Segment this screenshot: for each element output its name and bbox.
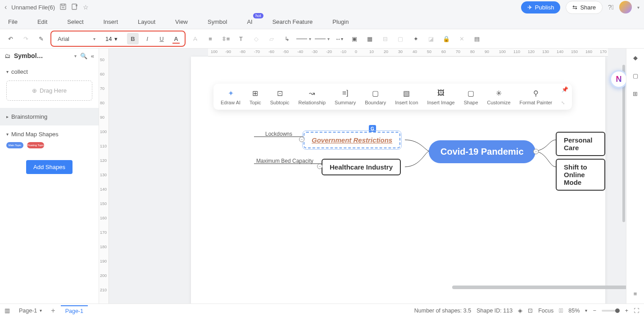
lock-button[interactable]: 🔒 <box>440 33 452 45</box>
node-collapse-handle[interactable]: − <box>317 164 322 169</box>
ctx-boundary[interactable]: ▢Boundary <box>365 88 386 105</box>
node-collapse-handle[interactable]: − <box>299 137 304 142</box>
align-text-button[interactable]: ≡ <box>204 33 216 45</box>
clear-format-button[interactable]: A̶ <box>189 33 201 45</box>
image-button[interactable]: ▦ <box>364 33 376 45</box>
shape-floating-topic[interactable]: Floating Topic <box>27 142 44 148</box>
search-icon[interactable]: 🔍 <box>80 53 87 59</box>
ctx-shape[interactable]: ▢Shape <box>464 88 478 105</box>
menu-view[interactable]: View <box>172 17 191 27</box>
ctx-customize[interactable]: ✳Customize <box>487 88 511 105</box>
zoom-chevron-icon[interactable]: ▾ <box>585 308 587 313</box>
more-panels-icon[interactable]: ≡ <box>630 288 641 299</box>
ctx-topic[interactable]: ⊞Topic <box>249 88 261 105</box>
page-tab[interactable]: Page-1 <box>61 305 88 316</box>
arrow-style-button[interactable]: ↔▾ <box>333 33 345 45</box>
menu-ai[interactable]: AI <box>243 17 256 27</box>
page-setup-icon[interactable]: ▢ <box>630 70 641 81</box>
node-expand-handle[interactable]: − <box>533 149 539 154</box>
node-shift-online[interactable]: Shift to Online Mode <box>556 159 605 191</box>
crop-button[interactable]: ◪ <box>425 33 437 45</box>
bold-button[interactable]: B <box>127 33 139 45</box>
back-button[interactable]: ‹ <box>5 3 7 11</box>
avatar-chevron-icon[interactable]: ▾ <box>637 5 639 10</box>
menu-plugin[interactable]: Plugin <box>329 17 352 27</box>
line-dash-select[interactable]: ▾ <box>315 36 330 41</box>
underline-button[interactable]: U <box>156 33 168 45</box>
ctx-format-painter[interactable]: ⚲Format Painter <box>520 88 553 105</box>
menu-layout[interactable]: Layout <box>134 17 159 27</box>
save-icon[interactable] <box>59 3 67 12</box>
collapse-panel-icon[interactable]: « <box>91 53 94 59</box>
group-button[interactable]: ▢ <box>395 33 406 45</box>
canvas-page[interactable]: 📌 ✦Edraw AI ⊞Topic ⊡Subtopic ↝Relationsh… <box>191 57 605 304</box>
connector-style-button[interactable]: ↳ <box>281 33 293 45</box>
pages-icon[interactable]: ▥ <box>5 307 10 314</box>
export-icon[interactable] <box>71 3 78 12</box>
add-page-button[interactable]: + <box>51 307 55 315</box>
node-healthcare[interactable]: Healthcare Industry <box>322 159 401 175</box>
italic-button[interactable]: I <box>141 33 153 45</box>
publish-button[interactable]: ✈ Publish <box>521 1 561 13</box>
pin-icon[interactable]: 📌 <box>562 86 568 93</box>
line-style-select[interactable]: ▾ <box>296 36 311 41</box>
menu-select[interactable]: Select <box>63 17 87 27</box>
menu-insert[interactable]: Insert <box>100 17 122 27</box>
fill-style-icon[interactable]: ◆ <box>630 52 641 63</box>
shape-main-topic[interactable]: Main Topic <box>6 142 23 148</box>
tools-button[interactable]: ✕ <box>456 33 467 45</box>
share-button[interactable]: ⇆ Share <box>566 1 603 14</box>
ctx-insert-icon[interactable]: ▧Insert Icon <box>395 88 418 105</box>
help-icon[interactable]: ?⃝ <box>608 4 614 11</box>
ctx-relationship[interactable]: ↝Relationship <box>299 88 326 105</box>
menu-search[interactable]: Search Feature <box>269 17 317 27</box>
node-government-restrictions[interactable]: Government Restrictions <box>304 132 400 148</box>
menu-file[interactable]: File <box>5 17 21 27</box>
font-color-button[interactable]: A <box>170 33 182 45</box>
ai-style-button[interactable]: ✦ <box>410 33 422 45</box>
ctx-edraw-ai[interactable]: ✦Edraw AI <box>221 88 240 105</box>
drag-here-zone[interactable]: ⊕ Drag Here <box>6 80 92 101</box>
undo-button[interactable]: ↶ <box>5 33 16 45</box>
more-icon[interactable]: ⤡ <box>561 100 565 105</box>
fullscreen-icon[interactable]: ⛶ <box>634 308 639 314</box>
ctx-summary[interactable]: ≡]Summary <box>335 88 356 105</box>
ai-assistant-badge[interactable]: N <box>610 70 626 88</box>
highlight-button[interactable]: ▱ <box>266 33 277 45</box>
google-translate-icon[interactable]: G <box>369 125 376 132</box>
zoom-out-button[interactable]: − <box>593 308 596 314</box>
star-icon[interactable]: ☆ <box>83 4 89 11</box>
font-family-select[interactable]: Arial ▾ <box>54 35 99 43</box>
vertical-scrollbar[interactable] <box>621 65 626 297</box>
section-collect[interactable]: ▾ collect <box>6 67 92 77</box>
horizontal-scrollbar[interactable] <box>227 285 608 290</box>
ctx-subtopic[interactable]: ⊡Subtopic <box>270 88 290 105</box>
focus-label[interactable]: Focus <box>538 308 553 314</box>
zoom-slider[interactable] <box>602 310 620 312</box>
page-select[interactable]: Page-1 ▾ <box>15 306 45 316</box>
zoom-in-button[interactable]: + <box>625 308 628 314</box>
fill-button[interactable]: ◇ <box>250 33 262 45</box>
section-brainstorming[interactable]: ▸ Brainstorming <box>6 112 92 122</box>
section-mindmap[interactable]: ▾ Mind Map Shapes <box>6 129 92 139</box>
redo-button[interactable]: ↷ <box>20 33 32 45</box>
image-left-button[interactable]: ▣ <box>349 33 360 45</box>
panel-chevron-icon[interactable]: ▾ <box>74 54 77 58</box>
ctx-insert-image[interactable]: 🖼Insert Image <box>427 88 455 105</box>
text-button[interactable]: T <box>235 33 247 45</box>
play-icon[interactable]: ▸⃝ <box>559 308 563 314</box>
node-personal-care[interactable]: Personal Care <box>556 132 605 156</box>
node-center[interactable]: Covid-19 Pandemic <box>429 140 535 163</box>
line-spacing-button[interactable]: ⇳≡ <box>220 33 231 45</box>
format-painter-button[interactable]: ✎ <box>35 33 47 45</box>
data-button[interactable]: ▤ <box>471 33 483 45</box>
add-shapes-button[interactable]: Add Shapes <box>26 160 73 174</box>
menu-symbol[interactable]: Symbol <box>204 17 231 27</box>
align-objects-button[interactable]: ⊟ <box>379 33 391 45</box>
grid-icon[interactable]: ⊞ <box>630 88 641 99</box>
menu-edit[interactable]: Edit <box>34 17 51 27</box>
user-avatar[interactable] <box>619 1 632 13</box>
layers-icon[interactable]: ◈ <box>518 307 522 314</box>
file-name[interactable]: Unnamed File(6) <box>11 4 55 11</box>
focus-icon[interactable]: ⊡ <box>528 307 533 314</box>
